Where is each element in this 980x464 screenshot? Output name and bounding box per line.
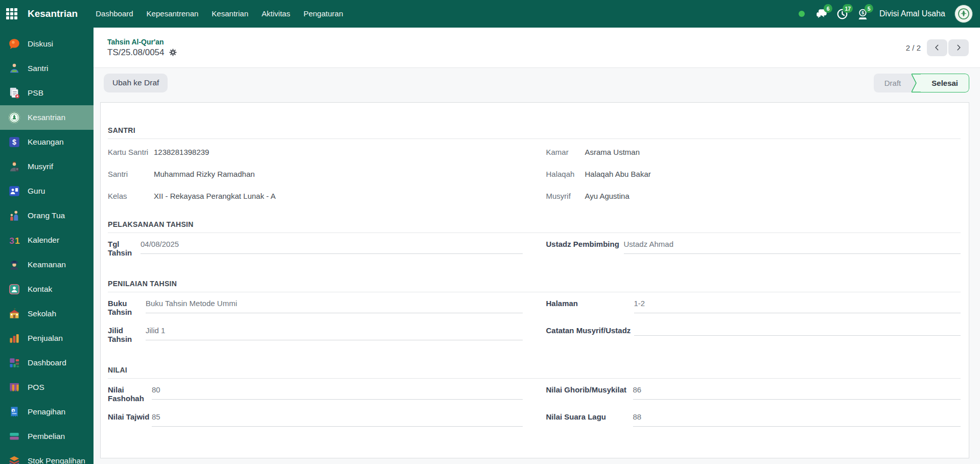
teacher-board-icon	[7, 184, 21, 198]
field-label: Tgl Tahsin	[108, 240, 141, 257]
nav-item-dashboard[interactable]: Dashboard	[89, 0, 139, 28]
breadcrumb-parent-link[interactable]: Tahsin Al-Qur'an	[107, 38, 177, 46]
sidebar-item-keuangan[interactable]: $ Keuangan	[0, 130, 94, 154]
nilai-fashohah-input[interactable]: 80	[152, 385, 523, 400]
money-icon[interactable]: $ 5	[854, 0, 871, 28]
field-label: Catatan Musyrif/Ustadz	[546, 326, 634, 335]
section-title-nilai: NILAI	[108, 366, 961, 379]
status-step-draft[interactable]: Draft	[874, 74, 912, 92]
breadcrumb: Tahsin Al-Qur'an TS/25.08/0054	[107, 38, 177, 58]
activities-badge: 17	[843, 4, 853, 13]
sidebar-item-kesantrian[interactable]: Kesantrian	[0, 105, 94, 130]
sidebar-item-diskusi[interactable]: Diskusi	[0, 32, 94, 56]
pager-next-button[interactable]	[948, 39, 969, 56]
sidebar-item-orang-tua[interactable]: Orang Tua	[0, 203, 94, 228]
tgl-tahsin-input[interactable]: 04/08/2025	[141, 240, 523, 254]
field-label: Kartu Santri	[108, 148, 154, 156]
field-halaman: Halaman 1-2	[546, 294, 961, 321]
app-brand[interactable]: Kesantrian	[28, 8, 78, 19]
nav-item-pengaturan[interactable]: Pengaturan	[297, 0, 350, 28]
sidebar-item-sekolah[interactable]: Sekolah	[0, 301, 94, 326]
calendar-31-icon: 31	[7, 234, 21, 247]
gear-icon[interactable]	[169, 48, 177, 57]
dollar-square-icon: $	[7, 135, 21, 149]
field-nilai-fashohah: Nilai Fashohah 80	[108, 381, 523, 408]
sidebar-item-guru[interactable]: Guru	[0, 179, 94, 203]
catatan-input[interactable]	[634, 326, 961, 336]
field-buku-tahsin: Buku Tahsin Buku Tahsin Metode Ummi	[108, 294, 523, 321]
sidebar-item-santri[interactable]: Santri	[0, 56, 94, 81]
sidebar-item-dashboard[interactable]: Dashboard	[0, 351, 94, 375]
action-row: Ubah ke Draf Draft Selesai	[94, 68, 980, 98]
apps-grid-icon[interactable]	[0, 0, 24, 28]
sidebar-item-label: Kontak	[28, 285, 52, 294]
pesantren-emblem-icon	[7, 111, 21, 125]
sidebar-item-pos[interactable]: POS	[0, 375, 94, 400]
sidebar-item-penjualan[interactable]: Penjualan	[0, 326, 94, 351]
sidebar-item-label: Penjualan	[28, 334, 63, 343]
halaman-input[interactable]: 1-2	[634, 299, 961, 313]
section-title-santri: SANTRI	[108, 126, 961, 139]
sidebar-item-kontak[interactable]: Kontak	[0, 277, 94, 301]
sidebar-item-label: Penagihan	[28, 407, 65, 416]
sidebar-item-label: Diskusi	[28, 39, 53, 49]
field-label: Halaman	[546, 299, 634, 308]
svg-text:1: 1	[15, 236, 20, 246]
user-avatar[interactable]	[954, 5, 973, 23]
ustadz-pembimbing-input[interactable]: Ustadz Ahmad	[624, 240, 961, 254]
nav-item-kepesantrenan[interactable]: Kepesantrenan	[140, 0, 205, 28]
sidebar-item-stok[interactable]: Stok Pengalihan	[0, 449, 94, 464]
company-menu[interactable]: Divisi Amal Usaha	[879, 9, 945, 18]
money-badge: 5	[865, 4, 873, 13]
app-sidebar: Diskusi Santri PSB Kesantrian $ Keuangan…	[0, 28, 94, 464]
field-musyrif: Musyrif Ayu Agustina	[546, 185, 961, 207]
sidebar-item-pembelian[interactable]: Pembelian	[0, 424, 94, 449]
chat-bubble-icon	[7, 37, 21, 51]
sidebar-item-label: POS	[28, 383, 44, 392]
status-step-selesai[interactable]: Selesai	[921, 74, 969, 92]
school-building-icon	[7, 307, 21, 321]
sidebar-item-label: Orang Tua	[28, 211, 65, 220]
form-sheet: SANTRI Kartu Santri 1238281398239 Santri…	[100, 102, 969, 458]
messages-icon[interactable]: 6	[813, 0, 830, 28]
sidebar-item-musyrif[interactable]: Musyrif	[0, 154, 94, 179]
nav-item-kesantrian[interactable]: Kesantrian	[205, 0, 255, 28]
field-label: Nilai Suara Lagu	[546, 412, 633, 421]
person-suit-icon	[7, 160, 21, 174]
field-value: Asrama Ustman	[585, 148, 640, 156]
sidebar-item-label: Stok Pengalihan	[28, 456, 85, 464]
pager-previous-button[interactable]	[927, 39, 947, 56]
sidebar-item-penagihan[interactable]: $ Penagihan	[0, 400, 94, 424]
nilai-ghorib-input[interactable]: 86	[633, 385, 961, 400]
sidebar-item-psb[interactable]: PSB	[0, 81, 94, 105]
field-label: Kamar	[546, 148, 585, 156]
nilai-tajwid-input[interactable]: 85	[152, 412, 523, 427]
jilid-tahsin-input[interactable]: Jilid 1	[146, 326, 523, 340]
sidebar-item-label: Pembelian	[28, 432, 65, 441]
sidebar-item-label: Keamanan	[28, 260, 66, 269]
nilai-suara-lagu-input[interactable]: 88	[633, 412, 961, 427]
nav-item-aktivitas[interactable]: Aktivitas	[255, 0, 297, 28]
field-value: Muhammad Rizky Ramadhan	[154, 170, 255, 178]
field-label: Santri	[108, 170, 154, 178]
set-to-draft-button[interactable]: Ubah ke Draf	[104, 74, 168, 92]
record-name: TS/25.08/0054	[107, 48, 165, 58]
activities-clock-icon[interactable]: 17	[833, 0, 851, 28]
online-status-dot	[799, 11, 805, 17]
bar-chart-icon	[7, 332, 21, 345]
svg-text:3: 3	[9, 236, 14, 246]
buku-tahsin-input[interactable]: Buku Tahsin Metode Ummi	[146, 299, 523, 313]
field-label: Nilai Ghorib/Musykilat	[546, 385, 633, 394]
field-value: Ayu Agustina	[585, 192, 629, 200]
field-nilai-suara-lagu: Nilai Suara Lagu 88	[546, 408, 961, 435]
security-officer-icon	[7, 258, 21, 272]
sidebar-item-kalender[interactable]: 31 Kalender	[0, 228, 94, 252]
field-label: Jilid Tahsin	[108, 326, 146, 343]
tiles-icon	[7, 356, 21, 370]
svg-text:$: $	[861, 10, 864, 15]
sidebar-item-label: Kalender	[28, 236, 59, 245]
field-kamar: Kamar Asrama Ustman	[546, 141, 961, 163]
section-title-penilaian: PENILAIAN TAHSIN	[108, 280, 961, 292]
sidebar-item-keamanan[interactable]: Keamanan	[0, 252, 94, 277]
field-label: Buku Tahsin	[108, 299, 146, 316]
